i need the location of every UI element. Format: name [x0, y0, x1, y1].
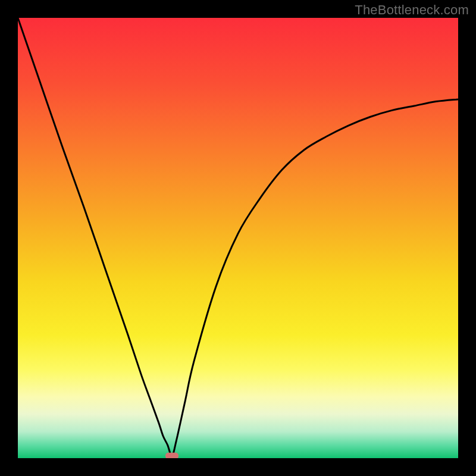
chart-svg: [18, 18, 458, 458]
watermark-text: TheBottleneck.com: [355, 2, 469, 18]
gradient-background: [18, 18, 458, 458]
minimum-marker: [165, 453, 178, 458]
plot-area: [18, 18, 458, 458]
chart-frame: TheBottleneck.com: [0, 0, 476, 476]
